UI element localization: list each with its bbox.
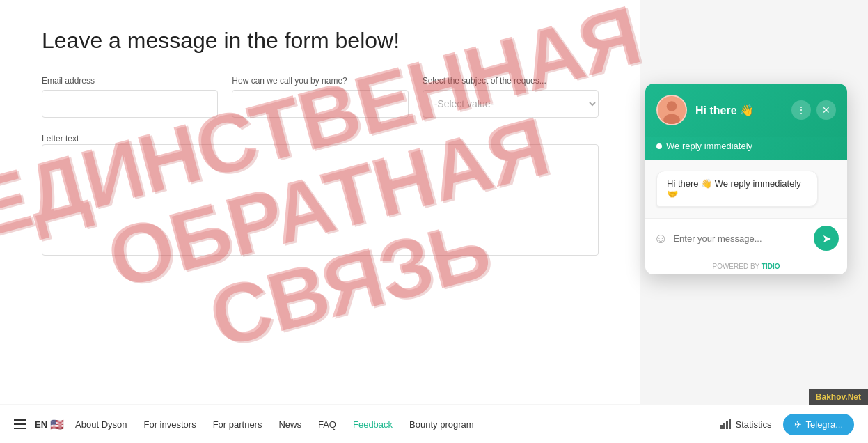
chat-message-bubble: Hi there 👋 We reply immediately 🤝 [656,171,818,207]
chat-send-button[interactable]: ➤ [814,226,839,251]
name-label: How can we call you by name? [232,76,408,86]
nav-stats[interactable]: Statistics [720,419,772,430]
name-input[interactable] [232,90,408,118]
svg-rect-6 [729,419,731,429]
nav-investors[interactable]: For investors [144,419,196,430]
bakhov-text2: .Net [845,392,861,402]
powered-by-text: POWERED BY [712,263,759,270]
chat-header-info: Hi there 👋 [695,104,783,117]
svg-rect-3 [720,425,723,429]
chat-menu-button[interactable]: ⋮ [791,100,811,120]
nav-links: About Dyson For investors For partners N… [75,419,720,430]
status-text: We reply immediately [666,141,752,151]
bakhov-badge: Bakhov.Net [809,389,868,405]
status-dot [656,143,662,149]
chat-input-area: ☺ ➤ [645,218,847,258]
letter-group: Letter text [42,132,599,258]
page-title: Leave a message in the form below! [42,28,599,54]
emoji-button[interactable]: ☺ [654,231,668,247]
nav-partners[interactable]: For partners [213,419,262,430]
svg-rect-5 [726,421,728,429]
nav-news[interactable]: News [278,419,301,430]
chat-header: Hi there 👋 ⋮ ✕ [645,84,847,137]
email-group: Email address [42,76,218,118]
main-content: Leave a message in the form below! Email… [0,0,640,404]
tidio-logo: TIDIO [762,263,780,270]
svg-point-1 [667,101,677,111]
letter-textarea[interactable] [42,144,599,256]
stats-label: Statistics [736,419,772,430]
nav-about[interactable]: About Dyson [75,419,127,430]
language-code: EN [35,419,47,430]
telegram-label: Telegra... [806,419,843,430]
chat-powered-by: POWERED BY TIDIO [645,258,847,274]
bottom-nav: EN 🇺🇸 About Dyson For investors For part… [0,405,868,443]
language-selector[interactable]: EN 🇺🇸 [35,418,64,431]
telegram-icon: ✈ [794,419,802,430]
hamburger-menu[interactable] [14,419,26,429]
chat-messages: Hi there 👋 We reply immediately 🤝 [645,160,847,218]
subject-label: Select the subject of the reques... [423,76,599,86]
chat-header-controls: ⋮ ✕ [791,100,836,120]
svg-rect-4 [723,423,725,429]
nav-bounty[interactable]: Bounty program [409,419,474,430]
bakhov-text1: Bakhov [816,392,845,402]
stats-icon [720,419,732,429]
form-top-row: Email address How can we call you by nam… [42,76,599,118]
flag-icon: 🇺🇸 [50,418,64,431]
subject-select[interactable]: -Select value- [423,90,599,118]
chat-header-title: Hi there 👋 [695,104,783,117]
nav-faq[interactable]: FAQ [318,419,336,430]
letter-label: Letter text [42,134,79,143]
chat-widget: Hi there 👋 ⋮ ✕ We reply immediately Hi t… [645,84,847,274]
email-input[interactable] [42,90,218,118]
chat-close-button[interactable]: ✕ [816,100,836,120]
chat-avatar [656,95,687,125]
subject-group: Select the subject of the reques... -Sel… [423,76,599,118]
chat-status-bar: We reply immediately [645,137,847,160]
chat-message-input[interactable] [673,233,808,244]
nav-feedback[interactable]: Feedback [353,419,393,430]
name-group: How can we call you by name? [232,76,408,118]
email-label: Email address [42,76,218,86]
telegram-button[interactable]: ✈ Telegra... [783,414,854,435]
